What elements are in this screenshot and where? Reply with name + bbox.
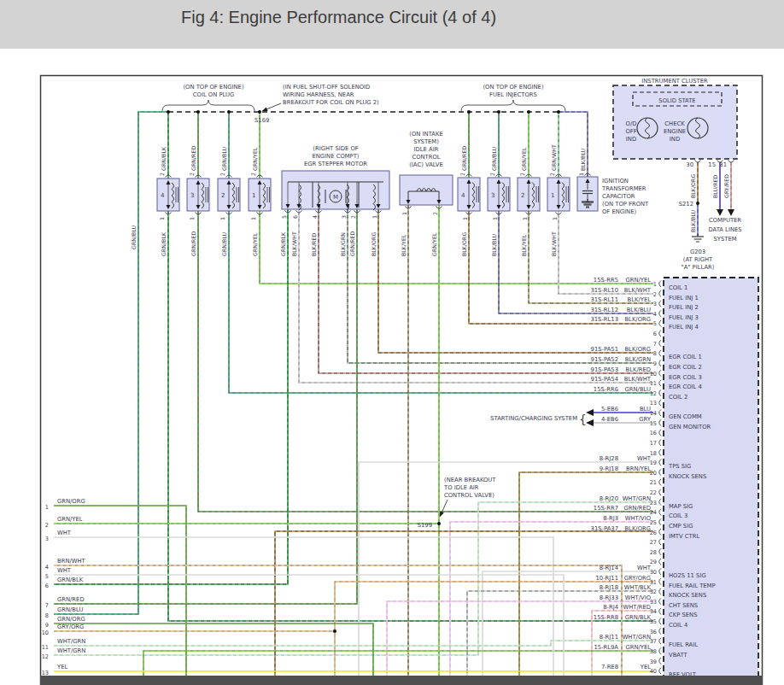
wire-color-label: 5: [281, 215, 287, 219]
circuit-id: 31S-RL10: [590, 287, 618, 294]
wire-color: WHT/VIO: [625, 515, 651, 522]
wire-color: WHT: [637, 455, 652, 462]
wire-color-label: 1: [522, 217, 528, 220]
circuit-id: 91S-PA51: [591, 346, 618, 353]
circuit-id: 31S-RL13: [590, 316, 618, 323]
splice-dot: [557, 110, 560, 114]
wire-color-label: GRN/BLK: [280, 231, 286, 256]
wire-color-label: 1: [372, 215, 377, 219]
left-wire-color: YEL: [56, 664, 67, 670]
annotation-text: CONTROL VALVE): [444, 492, 494, 499]
left-pin-6: 6: [45, 583, 49, 589]
annotation-text: S199: [418, 522, 432, 529]
annotation-text: IND: [670, 136, 680, 143]
splice-dot: [467, 110, 471, 114]
pcm-function-label: CKP SENS: [669, 612, 697, 618]
pcm-pin-27: 27: [650, 539, 657, 546]
pcm-function-label: MAP SIG: [669, 503, 693, 510]
wire-color-label: GRN/BLK: [161, 231, 167, 256]
circuit-id: 31S-RL11: [590, 296, 618, 303]
circuit-id: 15S-RR5: [594, 277, 618, 284]
pcm-pin-7: 7: [653, 341, 657, 348]
wire-color-label: 1: [189, 217, 195, 220]
pcm-pin-28: 28: [650, 549, 657, 556]
circuit-id: 8-RJ3: [603, 515, 618, 522]
annotation-text: SYSTEM: [713, 236, 736, 243]
pcm-function-label: KNOCK SENS: [669, 592, 706, 599]
wire-color-label: 1: [492, 217, 498, 220]
left-pin-10: 10: [42, 629, 49, 636]
annotation-text: OFF: [625, 128, 636, 135]
circuit-id: 10-RJ11: [596, 575, 618, 582]
wire-color-label: 2: [489, 173, 495, 176]
wire-color: WHT: [637, 565, 652, 571]
pcm-function-label: VBATT: [669, 652, 687, 659]
circuit-id: 91S-PA53: [591, 366, 618, 373]
circuit-id: 4-EB6: [601, 416, 618, 423]
ignition-coil-number: 3: [190, 192, 194, 199]
wire-color-label: GRN/RED: [349, 231, 355, 256]
annotation-text: CHECK: [664, 120, 685, 127]
pcm-pin-2: 2: [653, 291, 657, 298]
left-wire-color: GRN/ORG: [57, 498, 85, 505]
circuit-id: 31S-RL12: [590, 307, 618, 313]
wire-color: BRN/YEL: [626, 465, 651, 472]
wire-color-label: 1: [462, 217, 468, 220]
circuit-id: 8-RJ14: [600, 565, 618, 571]
circuit-id: 8-RJ11: [600, 634, 618, 641]
annotation-text: FUEL INJECTORS: [489, 91, 537, 98]
left-wire-color: GRN/YEL: [57, 516, 83, 523]
pcm-function-label: FUEL INJ 2: [669, 304, 699, 311]
circuit-id: 31S-PA37: [591, 525, 618, 532]
bottom-bar: [40, 676, 763, 685]
left-wire-color: WHT/GRN: [57, 638, 85, 645]
ignition-coil-number: 2: [221, 192, 225, 199]
annotation-text: TRANSFORMER: [601, 185, 647, 192]
motor-letter: M: [333, 194, 338, 201]
wire-color-label: BLK/BLU: [580, 148, 586, 171]
annotation-text: ENGINE: [664, 128, 686, 135]
annotation-text: STARTING/CHARGING SYSTEM: [490, 415, 577, 422]
wire-color: BLK/GRN: [625, 356, 651, 363]
pcm-function-label: EGR COIL 4: [669, 383, 702, 390]
circuit-id: 8-RJ4: [603, 604, 618, 611]
wire-color: WHT/GRN: [623, 634, 651, 641]
annotation-text: WIRING HARNESS, NEAR: [283, 91, 354, 98]
left-pin-1: 1: [45, 504, 49, 511]
circuit-id: 8-RJ28: [600, 455, 618, 462]
annotation-text: (RIGHT SIDE OF: [313, 145, 358, 152]
circuit-id: 91S-PA52: [591, 356, 618, 363]
pcm-pin-5: 5: [653, 320, 657, 327]
annotation-text: SOLID STATE: [658, 97, 695, 104]
annotation-text: 30: [686, 161, 693, 168]
circuit-id: 7-RE8: [601, 664, 618, 670]
app-window: Fig 4: Engine Performance Circuit (4 of …: [0, 0, 784, 685]
left-pin-3: 3: [45, 536, 49, 542]
wire-color-label: 1: [578, 173, 584, 176]
wire-color: GRN/BLU: [625, 386, 651, 393]
annotation-text: (IAC) VALVE: [409, 161, 443, 168]
pcm-pin-9: 9: [653, 360, 657, 367]
wire-color: BLK/WHT: [624, 376, 652, 383]
left-wire-color: BRN/WHT: [57, 558, 86, 565]
wire-color-label: BLK/YEL: [401, 234, 407, 256]
wire-color-label: 6: [292, 215, 298, 219]
splice-dot: [167, 110, 170, 114]
annotation-text: S212: [679, 201, 693, 208]
annotation-text: (ON INTAKE: [409, 131, 442, 138]
wire-color-label: BLK/ORG: [690, 174, 696, 198]
wire-color-label: GRN/BLU: [491, 146, 497, 171]
annotation-text: G203: [690, 249, 705, 255]
pcm-function-label: EGR COIL 2: [669, 364, 702, 371]
pcm-pin-8: 8: [653, 350, 657, 357]
left-pin-11: 11: [42, 644, 49, 651]
fuel-injector-number: 4: [461, 192, 465, 199]
wire-color-label: GRN/BLU: [221, 231, 227, 256]
annotation-text: DATA LINES: [708, 226, 741, 233]
wire-color: WHT/VIO: [625, 594, 651, 601]
annotation-text: (AT RIGHT: [683, 256, 713, 263]
wire-color-label: 2: [219, 173, 225, 176]
pcm-pin-16: 16: [650, 430, 657, 436]
annotation-text: CONTROL: [412, 154, 440, 161]
annotation-text: CAPACITOR: [602, 193, 635, 200]
